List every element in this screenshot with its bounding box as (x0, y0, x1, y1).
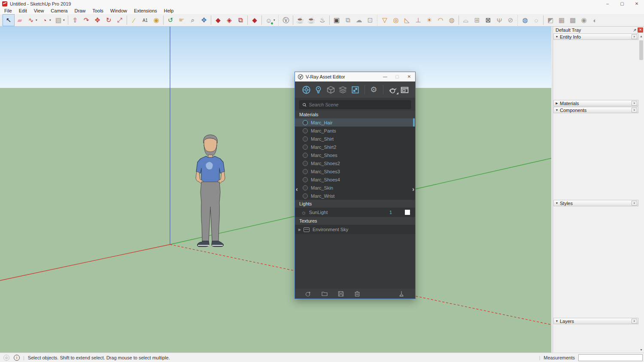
lock-render-button[interactable]: ⊡ (365, 15, 376, 26)
toolbar-group-grip[interactable] (377, 15, 378, 26)
components-panel-close-button[interactable]: ✕ (632, 108, 637, 112)
scroll-down-icon[interactable]: ▼ (638, 347, 644, 353)
uv-checker-box-b-button[interactable]: ▩ (567, 15, 578, 26)
materials-scrollbar-thumb[interactable] (413, 118, 415, 127)
material-list-item[interactable]: Marc_Shirt2 (295, 143, 415, 151)
orbit-tool[interactable]: ↺ (165, 15, 176, 26)
scrollbar-thumb[interactable] (639, 40, 643, 60)
dome-light-button[interactable]: ◠ (435, 15, 446, 26)
zoom-extents-tool[interactable]: ✥ (198, 15, 210, 26)
materials-panel-header[interactable]: ▶ Materials ✕ (553, 100, 638, 106)
toolbar-group-grip[interactable] (278, 15, 279, 26)
lights-section-header[interactable]: Lights (295, 200, 415, 208)
vray-close-button[interactable]: ✕ (403, 72, 415, 81)
texture-list-item[interactable]: ▶ Environment Sky (295, 225, 415, 234)
material-list-item[interactable]: Marc_Wrist (295, 192, 415, 200)
entity-info-header[interactable]: ▼ Entity Info ✕ (553, 33, 638, 40)
uv-checker-sphere-button[interactable]: ◉ (578, 15, 589, 26)
pan-tool[interactable]: ☛ (176, 15, 187, 26)
info-icon[interactable]: i (14, 355, 20, 361)
minimize-button[interactable]: – (600, 0, 615, 8)
material-list-item[interactable]: Marc_Shirt (295, 135, 415, 143)
rectangle-tool[interactable]: ▧ (53, 15, 64, 26)
export-page-icon[interactable]: ⧉ (235, 15, 246, 26)
batch-render-button[interactable]: ⧉ (342, 15, 353, 26)
freehand-tool[interactable]: ∿ (25, 15, 36, 26)
save-button[interactable] (333, 290, 349, 297)
animation-frames-button[interactable]: ◌ (531, 15, 542, 26)
entity-info-close-button[interactable]: ✕ (632, 34, 637, 39)
material-list-item[interactable]: Marc_Shoes3 (295, 167, 415, 175)
text-tool[interactable]: A1 (140, 15, 151, 26)
mesh-light-button[interactable]: ◍ (446, 15, 457, 26)
settings-button[interactable]: ⚙ (368, 84, 380, 95)
sphere-light-button[interactable]: ◎ (390, 15, 401, 26)
vray-fur-button[interactable]: Ψ (494, 15, 505, 26)
move-tool[interactable]: ✥ (92, 15, 103, 26)
scale-tool[interactable]: ⤢ (114, 15, 125, 26)
purge-unused-button[interactable] (398, 290, 410, 297)
uv-checker-box-a-button[interactable]: ▦ (556, 15, 567, 26)
eraser-tool[interactable]: ▰ (14, 15, 25, 26)
menu-extensions[interactable]: Extensions (131, 8, 161, 14)
light-color-swatch[interactable] (405, 210, 410, 215)
render-elements-category-button[interactable] (349, 84, 361, 95)
maximize-button[interactable]: ▢ (615, 0, 629, 8)
menu-help[interactable]: Help (161, 8, 177, 14)
render-button[interactable]: ☕ (295, 15, 306, 26)
menu-draw[interactable]: Draw (71, 8, 89, 14)
zoom-tool[interactable]: ⌕ (187, 15, 198, 26)
mesh-clipper-button[interactable]: ⌓ (460, 15, 471, 26)
menu-camera[interactable]: Camera (47, 8, 71, 14)
menu-tools[interactable]: Tools (89, 8, 107, 14)
rect-light-button[interactable]: ▽ (379, 15, 390, 26)
infinite-plane-button[interactable]: ◍ (519, 15, 531, 26)
toolbar-group-grip[interactable] (517, 15, 519, 26)
geometry-category-button[interactable] (325, 84, 337, 95)
materials-panel-close-button[interactable]: ✕ (632, 101, 637, 106)
proxy-import-button[interactable]: ⊠ (483, 15, 494, 26)
follow-me-tool[interactable]: ↷ (81, 15, 92, 26)
render-interactive-button[interactable]: ☕ (306, 15, 317, 26)
vray-decal-button[interactable]: ⊘ (505, 15, 516, 26)
vray-search-box[interactable] (299, 100, 411, 109)
ies-light-button[interactable]: ⊥ (413, 15, 424, 26)
red-gem-stack-icon[interactable]: ◈ (224, 15, 235, 26)
tray-close-button[interactable]: ✕ (638, 27, 643, 33)
chaos-cloud-button[interactable]: ☁ (353, 15, 365, 26)
styles-panel-header[interactable]: ▼ Styles ✕ (553, 200, 638, 206)
flyout-left-button[interactable]: ‹ (296, 186, 298, 193)
vray-dialog-titlebar[interactable]: V-Ray Asset Editor — ▢ ✕ (295, 72, 415, 81)
light-list-item[interactable]: ☼ SunLight 1 (295, 208, 415, 217)
arc-tool[interactable]: ◔ (39, 15, 50, 26)
search-scene-input[interactable] (309, 102, 408, 107)
select-tool[interactable]: ↖ (3, 15, 14, 26)
render-with-vray-button[interactable] (386, 84, 399, 95)
close-button[interactable]: ✕ (629, 0, 644, 8)
textures-category-button[interactable] (337, 84, 349, 95)
paint-bucket-tool[interactable]: ◉ (151, 15, 162, 26)
layers-panel-close-button[interactable]: ✕ (632, 319, 637, 323)
expand-arrow-icon[interactable]: ▶ (298, 228, 303, 232)
uv-checker-plane-button[interactable]: ◩ (545, 15, 556, 26)
spot-light-button[interactable]: ◺ (401, 15, 413, 26)
light-intensity-value[interactable]: 1 (389, 210, 392, 215)
frame-buffer-button[interactable] (399, 84, 411, 95)
material-list-item[interactable]: Marc_Hair (295, 118, 415, 127)
tape-measure-tool[interactable]: ∕ (128, 15, 140, 26)
add-asset-button[interactable] (300, 290, 316, 297)
red-gem-icon[interactable]: ◆ (213, 15, 224, 26)
rotate-tool[interactable]: ↻ (103, 15, 114, 26)
menu-view[interactable]: View (30, 8, 48, 14)
material-list-item[interactable]: Marc_Shoes2 (295, 159, 415, 167)
material-list-item[interactable]: Marc_Pants (295, 127, 415, 135)
measurements-input[interactable] (578, 354, 643, 361)
viewport-render-button[interactable]: ♨ (317, 15, 328, 26)
styles-panel-close-button[interactable]: ✕ (632, 201, 637, 205)
menu-window[interactable]: Window (107, 8, 131, 14)
vray-frame-buffer-button[interactable]: ▣ (331, 15, 342, 26)
lights-category-button[interactable] (313, 84, 325, 95)
vray-minimize-button[interactable]: — (379, 72, 391, 81)
flyout-right-button[interactable]: › (412, 186, 414, 193)
vray-logo-button[interactable]: Ⓥ (280, 15, 292, 26)
